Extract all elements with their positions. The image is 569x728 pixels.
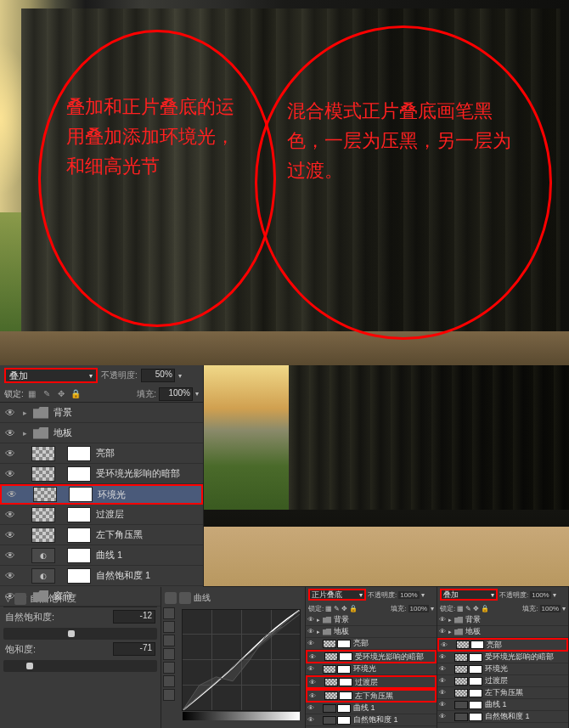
layer-item[interactable]: 👁过渡层 <box>306 675 437 689</box>
mask-thumb[interactable] <box>67 528 91 543</box>
collapse-icon[interactable]: ▸ <box>20 409 30 417</box>
layer-item[interactable]: 👁◐自然饱和度 1 <box>0 566 203 586</box>
fill-input[interactable]: 100% <box>408 605 429 612</box>
layer-item[interactable]: 👁亮部 <box>437 638 568 652</box>
layer-item[interactable]: 👁左下角压黑 <box>437 687 568 699</box>
curves-hand-icon[interactable] <box>163 689 175 701</box>
layer-thumb[interactable] <box>456 641 470 649</box>
lock-transparent-icon[interactable]: ▦ <box>26 388 38 400</box>
visibility-icon[interactable]: 👁 <box>307 704 316 712</box>
layer-thumb[interactable] <box>31 466 55 482</box>
visibility-icon[interactable]: 👁 <box>307 640 316 647</box>
opacity-input[interactable]: 100% <box>530 591 550 599</box>
collapse-icon[interactable]: ▸ <box>448 629 454 635</box>
layer-item[interactable]: 👁亮部 <box>0 443 203 464</box>
layer-thumb[interactable] <box>31 446 55 461</box>
vibrance-input[interactable]: -12 <box>113 610 155 624</box>
curves-smooth-tool[interactable] <box>163 635 175 646</box>
layer-item[interactable]: 👁环境光 <box>437 663 568 675</box>
collapse-icon[interactable]: ▽ <box>5 595 11 603</box>
lock-transparent-icon[interactable]: ▦ <box>325 605 332 612</box>
layer-item[interactable]: 👁环境光 <box>0 484 203 505</box>
layer-thumb[interactable] <box>323 665 336 674</box>
mask-thumb[interactable] <box>337 640 351 648</box>
blend-mode-select[interactable]: 正片叠底▾ <box>308 589 366 601</box>
layer-item[interactable]: 👁▸地板 <box>0 423 203 443</box>
mask-thumb[interactable] <box>67 507 91 522</box>
chevron-down-icon[interactable]: ▾ <box>178 372 182 380</box>
lock-all-icon[interactable]: 🔒 <box>481 605 489 612</box>
visibility-icon[interactable]: 👁 <box>439 653 448 661</box>
eyedropper-white-icon[interactable] <box>163 675 175 687</box>
lock-brush-icon[interactable]: ✎ <box>465 605 471 612</box>
visibility-icon[interactable]: 👁 <box>3 528 18 543</box>
layer-item[interactable]: 👁左下角压黑 <box>306 689 437 703</box>
layer-thumb[interactable] <box>454 677 468 686</box>
collapse-icon[interactable]: ▸ <box>448 617 454 624</box>
layer-item[interactable]: 👁曲线 1 <box>437 699 568 711</box>
layer-item[interactable]: 👁▸地板 <box>306 626 437 638</box>
layer-thumb[interactable] <box>454 689 468 697</box>
mask-thumb[interactable] <box>69 487 93 502</box>
layer-item[interactable]: 👁过渡层 <box>437 675 568 687</box>
lock-move-icon[interactable]: ✥ <box>473 605 479 612</box>
mask-thumb[interactable] <box>337 665 351 674</box>
layer-thumb[interactable] <box>454 653 468 662</box>
curves-point-tool[interactable] <box>163 607 175 619</box>
fill-input[interactable]: 100% <box>159 387 193 401</box>
layer-item[interactable]: 👁▸背景 <box>306 614 437 626</box>
mask-thumb[interactable] <box>469 701 482 709</box>
visibility-icon[interactable]: 👁 <box>309 679 318 686</box>
layer-item[interactable]: 👁自然饱和度 1 <box>437 711 568 723</box>
layer-thumb[interactable] <box>324 678 338 686</box>
chevron-down-icon[interactable]: ▾ <box>195 390 199 398</box>
layer-thumb[interactable] <box>31 528 55 543</box>
visibility-icon[interactable]: 👁 <box>307 628 316 635</box>
lock-brush-icon[interactable]: ✎ <box>334 605 340 612</box>
layer-item[interactable]: 👁自然饱和度 1 <box>306 714 437 726</box>
opacity-input[interactable]: 100% <box>398 591 419 599</box>
visibility-icon[interactable]: 👁 <box>439 689 448 697</box>
visibility-icon[interactable]: 👁 <box>307 716 316 724</box>
layer-item[interactable]: 👁▸背景 <box>0 403 203 423</box>
eyedropper-gray-icon[interactable] <box>163 662 175 674</box>
blend-mode-select[interactable]: 叠加 ▾ <box>4 368 98 383</box>
eyedropper-black-icon[interactable] <box>163 648 175 660</box>
mask-thumb[interactable] <box>339 691 352 700</box>
curves-draw-tool[interactable] <box>163 621 175 633</box>
lock-all-icon[interactable]: 🔒 <box>70 388 82 400</box>
layer-item[interactable]: 👁曲线 1 <box>306 703 437 714</box>
visibility-icon[interactable]: 👁 <box>441 641 449 649</box>
visibility-icon[interactable]: 👁 <box>3 507 18 522</box>
visibility-icon[interactable]: 👁 <box>439 677 448 685</box>
layer-item[interactable]: 👁▸背景 <box>437 614 568 626</box>
lock-move-icon[interactable]: ✥ <box>55 388 67 400</box>
visibility-icon[interactable]: 👁 <box>3 446 18 461</box>
mask-thumb[interactable] <box>67 466 91 482</box>
fill-input[interactable]: 100% <box>540 605 561 612</box>
mask-thumb[interactable] <box>339 678 352 686</box>
visibility-icon[interactable]: 👁 <box>307 665 316 673</box>
saturation-slider[interactable] <box>3 660 157 672</box>
visibility-icon[interactable]: 👁 <box>3 568 18 584</box>
curves-graph[interactable] <box>182 609 301 711</box>
vibrance-slider[interactable] <box>3 628 157 640</box>
layer-thumb[interactable] <box>454 665 468 674</box>
visibility-icon[interactable]: 👁 <box>309 653 318 661</box>
visibility-icon[interactable]: 👁 <box>439 628 448 635</box>
layer-item[interactable]: 👁环境光 <box>306 663 437 675</box>
layer-item[interactable]: 👁受环境光影响的暗部 <box>0 464 203 484</box>
lock-transparent-icon[interactable]: ▦ <box>457 605 464 612</box>
collapse-icon[interactable]: ▸ <box>317 629 322 635</box>
layer-thumb[interactable] <box>323 640 336 648</box>
collapse-icon[interactable]: ▸ <box>20 429 30 437</box>
layer-item[interactable]: 👁左下角压黑 <box>0 525 203 545</box>
mask-thumb[interactable] <box>470 641 484 649</box>
visibility-icon[interactable]: 👁 <box>3 405 18 420</box>
layer-item[interactable]: 👁亮部 <box>306 638 437 650</box>
mask-thumb[interactable] <box>469 653 482 662</box>
blend-mode-select[interactable]: 叠加▾ <box>440 589 498 601</box>
mask-thumb[interactable] <box>67 548 91 563</box>
visibility-icon[interactable]: 👁 <box>3 548 18 563</box>
lock-brush-icon[interactable]: ✎ <box>41 388 53 400</box>
